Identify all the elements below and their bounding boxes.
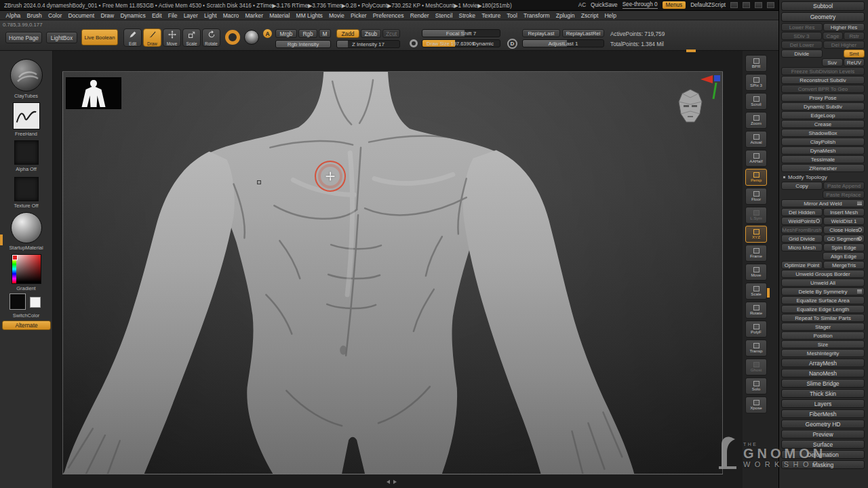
menu-texture[interactable]: Texture [479, 12, 504, 19]
shelf-button-spix-3[interactable]: SPix 3 [745, 74, 767, 91]
panel-button-proxy-pose[interactable]: Proxy Pose [781, 94, 865, 102]
shelf-divider-handle[interactable] [686, 49, 696, 52]
panel-section-preview[interactable]: Preview [781, 430, 865, 439]
shelf-button-aahalf[interactable]: AAHalf [745, 150, 767, 167]
panel-button-equalize-edge-length[interactable]: Equalize Edge Length [781, 305, 865, 313]
quicksave-button[interactable]: QuickSave [591, 2, 618, 8]
menu-layer[interactable]: Layer [180, 12, 201, 19]
panel-section-fibermesh[interactable]: FiberMesh [781, 409, 865, 418]
panel-button-mirror-and-weld[interactable]: Mirror And Weld [781, 199, 865, 207]
panel-button-dynamesh[interactable]: DynaMesh [781, 146, 865, 155]
panel-button-grid-divide[interactable]: Grid Divide [781, 235, 823, 243]
menu-picker[interactable]: Picker [347, 12, 370, 19]
panel-button-del-higher[interactable]: Del Higher [823, 41, 865, 49]
panel-button-repeat-to-similar-parts[interactable]: Repeat To Similar Parts [781, 314, 865, 322]
rgb-button[interactable]: Rgb [298, 29, 317, 38]
shelf-button-rotate[interactable]: Rotate [745, 302, 767, 319]
panel-button-del-lower[interactable]: Del Lower [781, 41, 823, 49]
menu-stroke[interactable]: Stroke [456, 12, 479, 19]
panel-button-lower-res[interactable]: Lower Res [781, 23, 823, 31]
panel-button-meshfrombrush[interactable]: MeshFromBrush [781, 226, 823, 234]
panel-button-weldpoints[interactable]: WeldPoints [781, 217, 823, 225]
material-thumbnail[interactable] [11, 212, 42, 243]
layout-icon[interactable] [767, 2, 774, 8]
shelf-button-transp[interactable]: Transp [745, 340, 767, 357]
panel-button-zremesher[interactable]: ZRemesher [781, 164, 865, 172]
shelf-button-move[interactable]: Move [745, 264, 767, 281]
menu-dynamics[interactable]: Dynamics [117, 12, 149, 19]
material-sphere-icon[interactable] [244, 30, 259, 45]
shelf-button-solo[interactable]: Solo [745, 378, 767, 394]
panel-button-dynamic-subdiv[interactable]: Dynamic Subdiv [781, 102, 865, 110]
panel-button-position[interactable]: Position [781, 331, 865, 340]
panel-section-deformation[interactable]: Deformation [781, 450, 865, 459]
panel-button-paste-replace[interactable]: Paste Replace [823, 190, 865, 199]
panel-button-smt[interactable]: Smt [844, 49, 865, 58]
panel-button-close-holes[interactable]: Close Holes [823, 226, 865, 234]
menu-preferences[interactable]: Preferences [370, 12, 407, 19]
texture-thumbnail[interactable] [14, 177, 39, 201]
lightbox-button[interactable]: LightBox [46, 32, 77, 43]
panel-button-convert-bpr-to-geo[interactable]: Convert BPR To Geo [781, 85, 865, 93]
menu-macro[interactable]: Macro [220, 12, 242, 19]
rgb-intensity-slider[interactable]: Rgb Intensity [275, 40, 331, 48]
panel-button-unweld-all[interactable]: Unweld All [781, 279, 865, 287]
edit-mode-button[interactable]: Edit [123, 28, 142, 47]
menu-render[interactable]: Render [407, 12, 432, 19]
see-through-slider[interactable]: See-through 0 [623, 1, 658, 9]
shelf-button-floor[interactable]: Floor [745, 188, 767, 205]
m-button[interactable]: M [319, 29, 331, 38]
secondary-color-swatch[interactable] [30, 297, 41, 308]
panel-button-crease[interactable]: Crease [781, 120, 865, 128]
histogram-icon[interactable] [730, 2, 738, 8]
panel-button-suv[interactable]: Suv [822, 58, 843, 66]
panel-section-surface[interactable]: Surface [781, 440, 865, 449]
menu-brush[interactable]: Brush [24, 12, 45, 19]
current-brush-thumbnail[interactable] [10, 59, 43, 92]
menu-transform[interactable]: Transform [521, 12, 553, 19]
menu-color[interactable]: Color [45, 12, 65, 19]
menu-zplugin[interactable]: Zplugin [553, 12, 578, 19]
subtool-section-header[interactable]: Subtool [781, 1, 865, 11]
panel-button-higher-res[interactable]: Higher Res [823, 23, 865, 31]
panel-section-arraymesh[interactable]: ArrayMesh [781, 359, 865, 367]
panel-section-geometry-hd[interactable]: Geometry HD [781, 420, 865, 428]
menu-document[interactable]: Document [65, 12, 98, 19]
panel-section-thick-skin[interactable]: Thick Skin [781, 389, 865, 398]
anchor-badge[interactable]: A [263, 29, 272, 38]
scroll-left-icon[interactable] [387, 480, 390, 484]
main-color-swatch[interactable] [9, 293, 26, 310]
menu-mm-lights[interactable]: MM Lights [293, 12, 326, 19]
document-nav-thumbnail[interactable] [66, 77, 121, 109]
scroll-right-icon[interactable] [393, 480, 397, 484]
menu-movie[interactable]: Movie [326, 12, 347, 19]
shelf-button-scroll[interactable]: Scroll [745, 93, 767, 110]
shelf-button-polyf[interactable]: PolyF [745, 321, 767, 338]
panel-button-sdiv-3[interactable]: SDiv 3 [781, 32, 822, 40]
rotate-mode-button[interactable]: Rotate [202, 28, 220, 47]
panel-section-slime-bridge[interactable]: Slime Bridge [781, 379, 865, 388]
shelf-button-zoom[interactable]: Zoom [745, 112, 767, 129]
menu-zscript[interactable]: Zscript [578, 12, 601, 19]
adjust-last-slider[interactable]: AdjustLast 1 [522, 39, 604, 47]
panel-button-meshintegrity[interactable]: MeshIntegrity [781, 349, 865, 357]
menu-file[interactable]: File [165, 12, 180, 19]
live-boolean-button[interactable]: Live Boolean [81, 29, 118, 45]
scale-mode-button[interactable]: Scale [182, 28, 201, 47]
panel-button-reconstruct-subdiv[interactable]: Reconstruct Subdiv [781, 76, 865, 84]
stroke-type-icon[interactable] [225, 30, 240, 45]
menu-edit[interactable]: Edit [149, 12, 165, 19]
panel-button-mergetris[interactable]: MergeTris [823, 261, 865, 269]
alternate-button[interactable]: Alternate [2, 321, 51, 330]
shelf-button-l-sym[interactable]: L.Sym [745, 207, 767, 224]
panel-button-rstr[interactable]: Rstr [844, 32, 865, 40]
draw-mode-button[interactable]: Draw [143, 28, 161, 47]
menu-tool[interactable]: Tool [504, 12, 521, 19]
right-tray-handle[interactable] [767, 288, 770, 298]
move-mode-button[interactable]: Move [163, 28, 181, 47]
panel-button-paste-append[interactable]: Paste Append [823, 182, 865, 190]
panel-button-freeze-subdivision-levels[interactable]: Freeze SubDivision Levels [781, 67, 865, 75]
panel-button-welddist-1[interactable]: WeldDist 1 [823, 217, 865, 225]
panel-section-masking[interactable]: Masking [781, 460, 865, 469]
panel-button-align-edge[interactable]: Align Edge [823, 252, 865, 260]
